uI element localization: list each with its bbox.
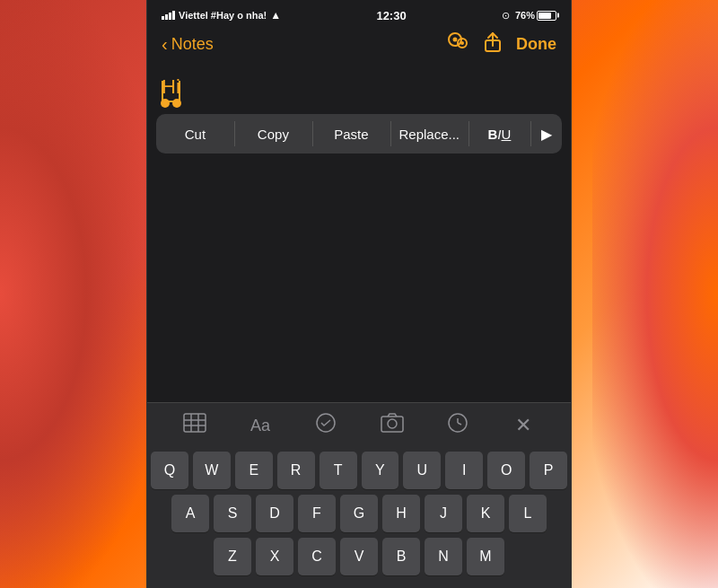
wallpaper-right-accent: [592, 0, 718, 588]
key-k[interactable]: K: [467, 495, 504, 532]
biu-menu-item[interactable]: BIU: [468, 114, 531, 154]
key-l[interactable]: L: [509, 495, 547, 532]
context-menu: Cut Copy Paste Replace... BIU ▶: [156, 114, 562, 154]
more-arrow-icon: ▶: [541, 126, 552, 143]
note-text-selected: Hi: [162, 75, 180, 102]
nav-actions: Done: [446, 31, 556, 57]
key-y[interactable]: Y: [362, 452, 399, 489]
svg-point-3: [460, 41, 464, 45]
key-c[interactable]: C: [298, 538, 336, 575]
svg-point-2: [453, 38, 458, 42]
wifi-icon: ▲: [270, 9, 281, 22]
key-f[interactable]: F: [298, 495, 336, 532]
share-icon[interactable]: [484, 31, 502, 57]
battery-indicator: 76%: [515, 10, 556, 21]
back-button[interactable]: ‹ Notes: [162, 34, 214, 55]
underline-label: U: [502, 127, 512, 142]
svg-rect-5: [184, 414, 206, 432]
status-bar: Viettel #Hay o nha! ▲ 12:30 ⊙ 76%: [147, 0, 571, 27]
key-u[interactable]: U: [403, 452, 441, 489]
key-m[interactable]: M: [467, 538, 504, 575]
more-menu-item[interactable]: ▶: [530, 114, 562, 154]
key-r[interactable]: R: [277, 452, 315, 489]
key-b[interactable]: B: [382, 538, 420, 575]
key-d[interactable]: D: [256, 495, 293, 532]
keyboard-row-1: Q W E R T Y U I O P: [151, 452, 567, 489]
status-right: ⊙ 76%: [502, 10, 556, 22]
carrier-label: Viettel #Hay o nha!: [179, 10, 267, 21]
keyboard: Q W E R T Y U I O P A S D F G H J K L Z …: [147, 446, 571, 588]
key-g[interactable]: G: [340, 495, 378, 532]
markup-toolbar-icon[interactable]: [440, 412, 476, 439]
selection-handle-left[interactable]: [161, 99, 170, 108]
key-q[interactable]: Q: [151, 452, 188, 489]
nav-bar: ‹ Notes Done: [147, 27, 571, 65]
clock-label: 12:30: [376, 9, 406, 22]
key-s[interactable]: S: [214, 495, 251, 532]
battery-icon: [537, 11, 556, 21]
key-z[interactable]: Z: [214, 538, 251, 575]
key-p[interactable]: P: [530, 452, 567, 489]
status-left: Viettel #Hay o nha! ▲: [162, 9, 281, 22]
keyboard-toolbar: Aa ✕: [147, 402, 571, 446]
replace-menu-item[interactable]: Replace...: [390, 114, 468, 154]
back-label: Notes: [171, 35, 214, 54]
wallpaper-left-accent: [0, 0, 153, 588]
bold-label: B: [488, 127, 498, 142]
phone-screen: Viettel #Hay o nha! ▲ 12:30 ⊙ 76% ‹ Note…: [146, 0, 572, 588]
cut-menu-item[interactable]: Cut: [156, 114, 234, 154]
table-toolbar-icon[interactable]: [177, 413, 213, 438]
collaboration-icon[interactable]: [446, 31, 469, 57]
svg-point-10: [317, 414, 335, 432]
selection-handle-right-line: [179, 81, 180, 101]
key-a[interactable]: A: [171, 495, 209, 532]
key-v[interactable]: V: [340, 538, 378, 575]
checklist-toolbar-icon[interactable]: [308, 412, 344, 439]
location-icon: ⊙: [502, 10, 510, 22]
key-n[interactable]: N: [425, 538, 462, 575]
key-x[interactable]: X: [256, 538, 293, 575]
back-chevron-icon: ‹: [162, 34, 168, 55]
key-j[interactable]: J: [425, 495, 462, 532]
keyboard-row-2: A S D F G H J K L: [151, 495, 567, 532]
battery-fill: [538, 13, 551, 19]
signal-bars-icon: [162, 11, 175, 20]
done-button[interactable]: Done: [516, 35, 556, 54]
svg-point-12: [388, 419, 397, 428]
camera-toolbar-icon[interactable]: [374, 413, 410, 438]
key-i[interactable]: I: [445, 452, 483, 489]
key-e[interactable]: E: [235, 452, 273, 489]
key-w[interactable]: W: [193, 452, 231, 489]
key-o[interactable]: O: [487, 452, 525, 489]
paste-menu-item[interactable]: Paste: [312, 114, 390, 154]
selection-handle-right[interactable]: [172, 99, 181, 108]
keyboard-row-3: Z X C V B N M: [151, 538, 567, 575]
note-content-area[interactable]: Hi Cut Copy Paste Replace... BIU ▶: [147, 65, 571, 402]
copy-menu-item[interactable]: Copy: [234, 114, 312, 154]
battery-percent-label: 76%: [515, 10, 535, 21]
close-keyboard-icon[interactable]: ✕: [505, 414, 541, 437]
svg-line-15: [458, 423, 461, 425]
text-format-toolbar-icon[interactable]: Aa: [242, 417, 278, 435]
key-t[interactable]: T: [320, 452, 357, 489]
key-h[interactable]: H: [382, 495, 420, 532]
